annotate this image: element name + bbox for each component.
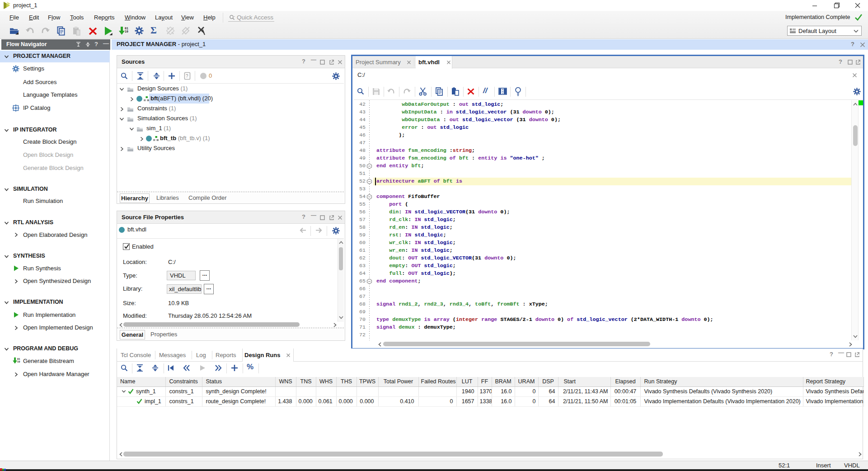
svg-text:10: 10 [125, 30, 128, 33]
svg-text:01: 01 [17, 358, 20, 361]
svg-text:01: 01 [125, 27, 128, 30]
svg-text:10: 10 [17, 361, 20, 363]
svg-text:?: ? [186, 74, 188, 79]
